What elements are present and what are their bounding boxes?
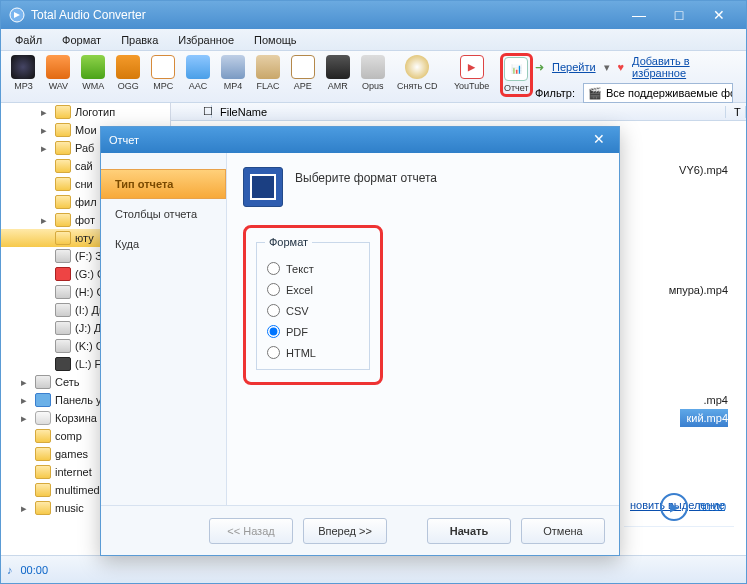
tree-item-label: Логотип <box>75 106 115 118</box>
drive-icon <box>55 285 71 299</box>
drive-icon <box>55 339 71 353</box>
violin-icon <box>291 55 315 79</box>
file-row[interactable]: кий.mp4 <box>680 409 728 427</box>
report-icon: 📊 <box>504 57 528 81</box>
folder-icon <box>55 177 71 191</box>
format-label: Текст <box>286 263 314 275</box>
folder-icon <box>55 231 71 245</box>
tool-aac[interactable]: AAC <box>182 53 215 93</box>
expand-icon: ▸ <box>41 214 51 227</box>
tree-item-label: Корзина <box>55 412 97 424</box>
expand-icon: ▸ <box>21 376 31 389</box>
menu-help[interactable]: Помощь <box>246 31 305 49</box>
wave-icon <box>151 55 175 79</box>
app-icon <box>9 7 25 23</box>
dialog-header-text: Выберите формат отчета <box>295 167 437 185</box>
goto-icon: ➜ <box>535 61 544 74</box>
step-report-type[interactable]: Тип отчета <box>101 169 226 199</box>
tool-mp4[interactable]: MP4 <box>217 53 250 93</box>
tree-item-label: music <box>55 502 84 514</box>
cancel-button[interactable]: Отмена <box>521 518 605 544</box>
folder-icon <box>35 447 51 461</box>
radio-input[interactable] <box>267 304 280 317</box>
format-option-pdf[interactable]: PDF <box>267 325 361 338</box>
folder-icon <box>55 159 71 173</box>
drive-icon <box>55 321 71 335</box>
format-option-excel[interactable]: Excel <box>267 283 361 296</box>
file-row[interactable]: .mp4 <box>698 391 728 409</box>
statusbar: ♪ 00:00 <box>1 555 746 583</box>
drive-icon <box>55 303 71 317</box>
blue-icon <box>35 393 51 407</box>
step-destination[interactable]: Куда <box>101 229 226 259</box>
clapper-icon <box>221 55 245 79</box>
heart-icon: ♥ <box>618 61 625 73</box>
format-label: PDF <box>286 326 308 338</box>
favorite-link[interactable]: Добавить в избранное <box>632 55 740 79</box>
tool-rip-cd[interactable]: Снять CD <box>391 53 443 93</box>
folder-icon <box>55 213 71 227</box>
tool-youtube[interactable]: ▶YouTube <box>445 53 497 93</box>
menu-format[interactable]: Формат <box>54 31 109 49</box>
tree-item-label: фил <box>75 196 97 208</box>
next-button[interactable]: Вперед >> <box>303 518 387 544</box>
tool-ape[interactable]: APE <box>286 53 319 93</box>
tool-wav[interactable]: WAV <box>42 53 75 93</box>
format-option-html[interactable]: HTML <box>267 346 361 359</box>
last-column[interactable]: Т <box>726 106 746 118</box>
flac-icon <box>256 55 280 79</box>
dialog-close-button[interactable]: ✕ <box>587 131 611 149</box>
radio-input[interactable] <box>267 346 280 359</box>
window-title: Total Audio Converter <box>31 8 618 22</box>
play-button[interactable]: ▶ <box>660 493 688 521</box>
titlebar: Total Audio Converter — □ ✕ <box>1 1 746 29</box>
maximize-button[interactable]: □ <box>660 4 698 26</box>
dialog-title: Отчет <box>109 134 139 146</box>
menu-edit[interactable]: Правка <box>113 31 166 49</box>
filename-column[interactable]: FileName <box>212 106 726 118</box>
tree-item[interactable]: ▸Логотип <box>1 103 170 121</box>
format-option-csv[interactable]: CSV <box>267 304 361 317</box>
tree-item-label: юту <box>75 232 94 244</box>
tool-flac[interactable]: FLAC <box>251 53 284 93</box>
filter-combo[interactable]: 🎬 Все поддерживаемые фо <box>583 83 733 103</box>
format-group-highlight: Формат ТекстExcelCSVPDFHTML <box>243 225 383 385</box>
file-name: мпура).mp4 <box>669 284 728 296</box>
tree-item-label: Раб <box>75 142 94 154</box>
goto-link[interactable]: Перейти <box>552 61 596 73</box>
gray-icon <box>35 375 51 389</box>
tool-ogg[interactable]: OGG <box>112 53 145 93</box>
tree-item-label: comp <box>55 430 82 442</box>
file-row[interactable]: VY6).mp4 <box>673 161 728 179</box>
back-button[interactable]: << Назад <box>209 518 293 544</box>
radio-input[interactable] <box>267 283 280 296</box>
radio-input[interactable] <box>267 262 280 275</box>
status-music-icon: ♪ <box>7 564 13 576</box>
red-icon <box>55 267 71 281</box>
tool-mpc[interactable]: MPC <box>147 53 180 93</box>
radio-input[interactable] <box>267 325 280 338</box>
tree-item-label: internet <box>55 466 92 478</box>
tool-wma[interactable]: WMA <box>77 53 110 93</box>
file-row[interactable]: мпура).mp4 <box>663 281 728 299</box>
format-option-текст[interactable]: Текст <box>267 262 361 275</box>
tool-mp3[interactable]: MP3 <box>7 53 40 93</box>
menu-favorites[interactable]: Избранное <box>170 31 242 49</box>
tool-amr[interactable]: AMR <box>321 53 354 93</box>
tool-report[interactable]: 📊Отчет <box>500 53 533 97</box>
list-header[interactable]: ☐ FileName Т <box>171 103 746 121</box>
player-time: 00:00 <box>698 501 726 513</box>
tree-item-label: games <box>55 448 88 460</box>
menu-file[interactable]: Файл <box>7 31 50 49</box>
step-report-columns[interactable]: Столбцы отчета <box>101 199 226 229</box>
expand-icon: ▸ <box>21 412 31 425</box>
dialog-main: Выберите формат отчета Формат ТекстExcel… <box>227 153 619 505</box>
format-fieldset: Формат ТекстExcelCSVPDFHTML <box>256 236 370 370</box>
tool-opus[interactable]: Opus <box>356 53 389 93</box>
expand-icon: ▸ <box>41 124 51 137</box>
close-button[interactable]: ✕ <box>700 4 738 26</box>
minimize-button[interactable]: — <box>620 4 658 26</box>
start-button[interactable]: Начать <box>427 518 511 544</box>
bin-icon <box>35 411 51 425</box>
speaker-icon <box>81 55 105 79</box>
